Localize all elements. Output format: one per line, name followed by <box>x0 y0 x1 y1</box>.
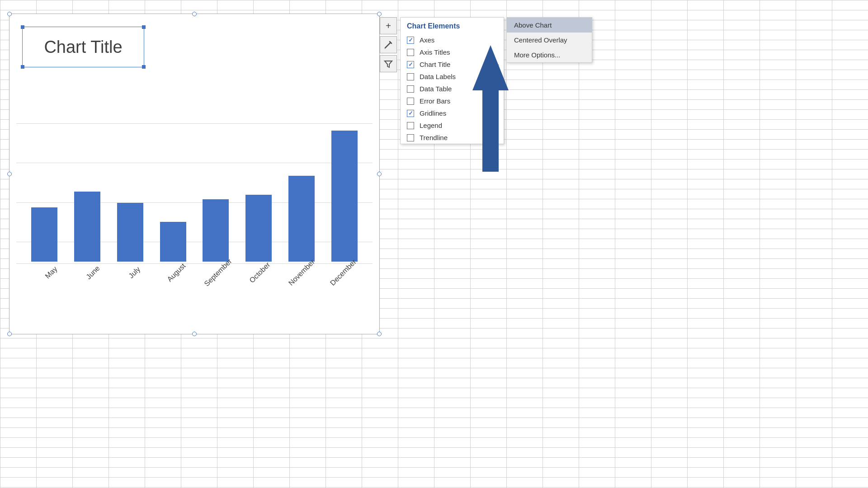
x-label-june: June <box>85 264 101 281</box>
chart-buttons: + <box>380 17 397 72</box>
chart-title-box[interactable]: Chart Title <box>22 27 144 67</box>
chart-container: Chart Title MayJuneJulyAugustSeptemberOc… <box>9 14 380 334</box>
bar-august[interactable] <box>160 222 186 262</box>
svg-marker-3 <box>472 45 509 172</box>
panel-label-trendline: Trendline <box>420 134 448 141</box>
title-handle-tl[interactable] <box>21 25 24 29</box>
bar-july[interactable] <box>117 203 143 262</box>
panel-label-legend: Legend <box>420 122 442 129</box>
checkbox-data-labels[interactable] <box>407 73 414 80</box>
handle-bot-center[interactable] <box>192 332 197 336</box>
x-label-august: August <box>165 262 187 283</box>
panel-label-data-labels: Data Labels <box>420 73 456 80</box>
panel-header: Chart Elements <box>401 18 504 34</box>
bar-group-october <box>245 195 272 262</box>
bar-group-june <box>74 192 100 262</box>
handle-top-right[interactable] <box>377 12 382 16</box>
panel-item-axes[interactable]: Axes <box>401 34 504 46</box>
panel-label-data-table: Data Table <box>420 85 452 93</box>
bar-group-december <box>331 131 358 262</box>
handle-top-left[interactable] <box>7 12 12 16</box>
checkbox-trendline[interactable] <box>407 134 414 141</box>
bars-area <box>19 85 370 262</box>
bar-december[interactable] <box>331 131 358 262</box>
submenu-item-more-options-[interactable]: More Options... <box>507 47 592 62</box>
panel-label-axes: Axes <box>420 36 434 44</box>
title-handle-br[interactable] <box>142 65 146 69</box>
chart-styles-button[interactable] <box>380 36 397 53</box>
checkbox-axis-titles[interactable] <box>407 49 414 56</box>
bar-september[interactable] <box>203 199 229 262</box>
checkbox-legend[interactable] <box>407 122 414 129</box>
bar-group-september <box>203 199 229 262</box>
handle-mid-left[interactable] <box>7 172 12 176</box>
checkbox-data-table[interactable] <box>407 85 414 93</box>
checkbox-chart-title[interactable] <box>407 61 414 68</box>
brush-icon <box>383 40 393 50</box>
bar-group-november <box>288 176 315 262</box>
bar-october[interactable] <box>245 195 272 262</box>
svg-line-0 <box>385 42 391 48</box>
bar-may[interactable] <box>31 207 57 262</box>
bar-june[interactable] <box>74 192 100 262</box>
checkbox-gridlines[interactable] <box>407 110 414 117</box>
gridline-5 <box>16 263 373 264</box>
svg-marker-2 <box>385 61 392 67</box>
big-blue-arrow <box>472 45 509 172</box>
bar-group-july <box>117 203 143 262</box>
chart-title-submenu: Above ChartCentered OverlayMore Options.… <box>506 17 592 63</box>
x-axis-labels: MayJuneJulyAugustSeptemberOctoberNovembe… <box>19 266 370 325</box>
handle-top-center[interactable] <box>192 12 197 16</box>
chart-title-text: Chart Title <box>44 38 122 57</box>
bar-group-may <box>31 207 57 262</box>
handle-mid-right[interactable] <box>377 172 382 176</box>
checkbox-axes[interactable] <box>407 37 414 44</box>
checkbox-error-bars[interactable] <box>407 98 414 105</box>
bar-november[interactable] <box>288 176 315 262</box>
add-elements-button[interactable]: + <box>380 17 397 34</box>
handle-bot-left[interactable] <box>7 332 12 336</box>
submenu-item-above-chart[interactable]: Above Chart <box>507 18 592 33</box>
panel-label-error-bars: Error Bars <box>420 97 450 105</box>
x-label-july: July <box>127 265 142 280</box>
filter-icon <box>384 59 393 68</box>
x-label-may: May <box>43 265 59 280</box>
panel-label-gridlines: Gridlines <box>420 109 446 117</box>
filter-button[interactable] <box>380 55 397 72</box>
title-handle-tr[interactable] <box>142 25 146 29</box>
handle-bot-right[interactable] <box>377 332 382 336</box>
panel-label-axis-titles: Axis Titles <box>420 48 450 56</box>
x-label-october: October <box>248 261 272 285</box>
title-handle-bl[interactable] <box>21 65 24 69</box>
panel-label-chart-title: Chart Title <box>420 61 450 68</box>
submenu-item-centered-overlay[interactable]: Centered Overlay <box>507 33 592 47</box>
bar-group-august <box>160 222 186 262</box>
